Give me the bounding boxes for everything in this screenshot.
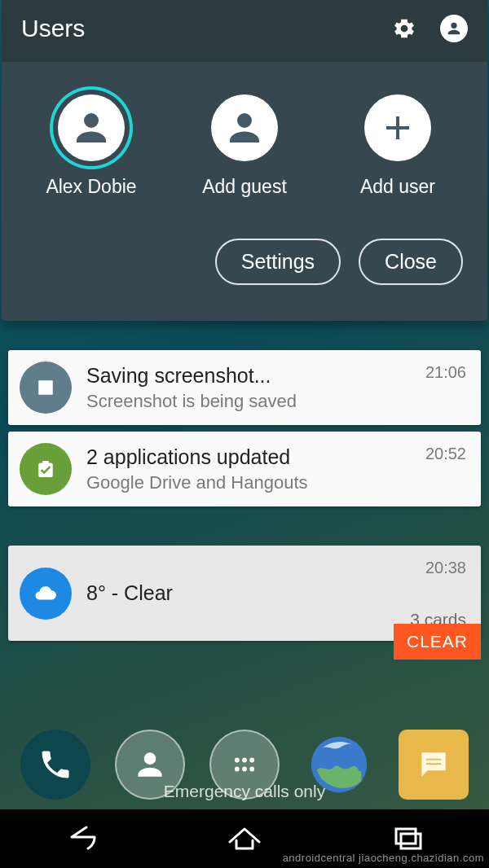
users-panel: Users Alex Dobie Add guest bbox=[2, 0, 487, 321]
close-button[interactable]: Close bbox=[359, 239, 463, 285]
phone-app-icon[interactable] bbox=[20, 730, 90, 800]
user-label: Add guest bbox=[202, 176, 287, 198]
svg-point-2 bbox=[249, 758, 254, 763]
svg-point-4 bbox=[242, 767, 247, 772]
user-item-guest[interactable]: Add guest bbox=[175, 94, 314, 198]
notification-time: 20:38 bbox=[425, 559, 466, 576]
svg-rect-8 bbox=[401, 834, 421, 848]
users-panel-title: Users bbox=[21, 15, 368, 42]
svg-point-5 bbox=[249, 767, 254, 772]
gear-icon[interactable] bbox=[391, 15, 417, 42]
svg-rect-7 bbox=[396, 829, 416, 844]
notification-time: 20:52 bbox=[425, 445, 466, 463]
svg-point-3 bbox=[235, 767, 240, 772]
person-icon bbox=[211, 94, 278, 161]
clear-notifications-button[interactable]: CLEAR bbox=[394, 624, 481, 660]
home-button[interactable] bbox=[225, 821, 264, 857]
notification-stack: Saving screenshot... Screenshot is being… bbox=[8, 350, 481, 647]
user-label: Add user bbox=[360, 176, 435, 198]
user-label: Alex Dobie bbox=[46, 176, 136, 198]
notification-subtitle: Screenshot is being saved bbox=[86, 391, 425, 412]
notification-title: 8° - Clear bbox=[86, 581, 410, 605]
settings-button[interactable]: Settings bbox=[215, 239, 341, 285]
app-drawer-icon[interactable] bbox=[209, 730, 280, 800]
user-item-current[interactable]: Alex Dobie bbox=[22, 94, 161, 198]
svg-point-0 bbox=[235, 758, 240, 763]
current-user-avatar-icon[interactable] bbox=[440, 15, 468, 42]
notification-time: 21:06 bbox=[425, 363, 466, 382]
user-list: Alex Dobie Add guest Add user bbox=[2, 62, 487, 214]
svg-point-1 bbox=[242, 758, 247, 763]
watermark-text: androidcentral jiaocheng.chazidian.com bbox=[283, 852, 484, 865]
notification-item[interactable]: 2 applications updated Google Drive and … bbox=[8, 432, 481, 506]
contacts-app-icon[interactable] bbox=[115, 730, 185, 800]
cloud-icon bbox=[20, 568, 72, 620]
users-panel-header: Users bbox=[2, 0, 487, 62]
notification-subtitle: Google Drive and Hangouts bbox=[86, 472, 425, 493]
notification-item[interactable]: Saving screenshot... Screenshot is being… bbox=[8, 350, 481, 425]
plus-icon bbox=[364, 94, 431, 161]
users-panel-actions: Settings Close bbox=[2, 214, 487, 298]
notification-title: 2 applications updated bbox=[86, 445, 425, 469]
person-icon bbox=[58, 94, 125, 161]
image-icon bbox=[20, 362, 72, 414]
back-button[interactable] bbox=[62, 821, 101, 857]
browser-app-icon[interactable] bbox=[304, 730, 374, 800]
user-item-add[interactable]: Add user bbox=[328, 94, 467, 198]
recent-apps-button[interactable] bbox=[388, 821, 427, 857]
update-icon bbox=[20, 443, 72, 495]
dock bbox=[0, 720, 489, 809]
notification-title: Saving screenshot... bbox=[86, 364, 425, 388]
messages-app-icon[interactable] bbox=[399, 730, 469, 800]
